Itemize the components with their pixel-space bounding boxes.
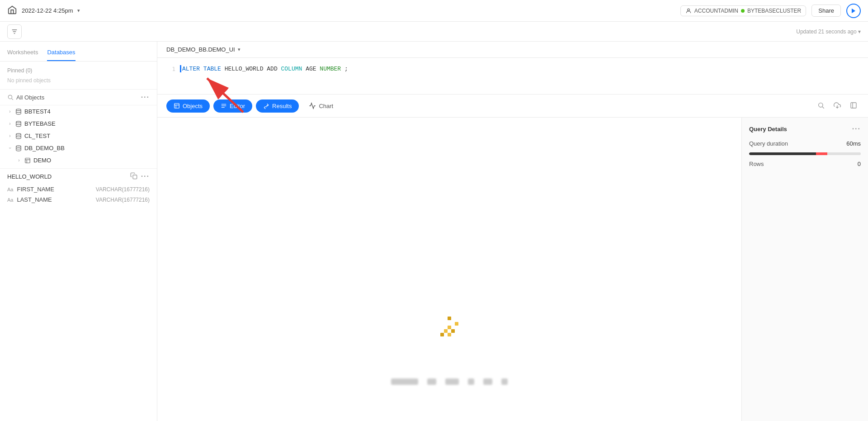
col-name-firstname: FIRST_NAME (17, 186, 54, 193)
no-pinned-text: No pinned objects (0, 76, 157, 89)
svg-line-24 (822, 107, 824, 109)
expand-button[interactable] (848, 100, 859, 112)
search-results-button[interactable] (816, 100, 826, 112)
cursor-bar (180, 65, 181, 72)
user-icon (685, 8, 692, 14)
topbar-right: ACCOUNTADMIN BYTEBASECLUSTER Share (680, 4, 861, 18)
tree-label-demo: DEMO (33, 157, 51, 164)
search-icon (7, 94, 14, 100)
tree-label-dbdemobb: DB_DEMO_BB (24, 145, 65, 151)
col-type-firstname: Aa (7, 187, 13, 192)
blurred-block-4 (468, 378, 474, 385)
pinned-section: Pinned (0) (0, 61, 157, 76)
svg-rect-33 (440, 333, 444, 336)
svg-point-9 (16, 133, 21, 135)
panel-title: Query Details (749, 126, 787, 132)
tree-item-bbtest4[interactable]: › BBTEST4 (0, 105, 157, 118)
search-icon-toolbar (817, 102, 825, 109)
copy-icon[interactable] (130, 172, 137, 180)
search-label: All Objects (16, 94, 138, 101)
run-button[interactable] (846, 4, 861, 18)
all-objects-more[interactable]: ··· (141, 93, 150, 101)
filter-button[interactable] (7, 24, 22, 39)
panel-more-btn[interactable]: ··· (852, 125, 861, 133)
db-icon-bbtest4 (15, 109, 22, 115)
blurred-block-1 (391, 378, 418, 385)
topbar-left: 2022-12-22 4:25pm ▾ (7, 5, 80, 16)
tree-label-bbtest4: BBTEST4 (24, 108, 51, 115)
table-more-btn[interactable]: ··· (141, 172, 150, 180)
svg-rect-26 (851, 103, 856, 108)
tree-label-bytebase: BYTEBASE (24, 120, 56, 127)
right-panel: Query Details ··· Query duration 60ms Ro… (741, 118, 868, 421)
updated-text: Updated 21 seconds ago ▾ (796, 28, 861, 35)
blurred-block-6 (501, 378, 508, 385)
progress-bar-fill (749, 152, 861, 155)
download-icon (834, 102, 841, 109)
search-row: All Objects ··· (0, 90, 157, 105)
duration-value: 60ms (846, 140, 861, 147)
expand-icon (850, 102, 857, 109)
main-layout: Worksheets Databases Pinned (0) No pinne… (0, 42, 868, 421)
editor-tab-button[interactable]: Editor (213, 99, 252, 113)
col-name-lastname: LAST_NAME (17, 196, 52, 203)
account-badge[interactable]: ACCOUNTADMIN BYTEBASECLUSTER (680, 5, 806, 16)
filter-icon (11, 28, 18, 35)
results-icon (263, 103, 269, 109)
objects-icon (174, 103, 180, 109)
tree-item-cltest[interactable]: › CL_TEST (0, 130, 157, 142)
col-row-firstname: Aa FIRST_NAME VARCHAR(16777216) (0, 184, 157, 194)
blurred-block-3 (445, 378, 459, 385)
cluster-label: BYTEBASECLUSTER (747, 8, 801, 14)
results-pane: Query Details ··· Query duration 60ms Ro… (157, 118, 868, 421)
kw-add: ADD (267, 66, 277, 72)
results-tab-label: Results (272, 103, 292, 109)
objects-tab-button[interactable]: Objects (166, 99, 210, 113)
tree-subitem-demo[interactable]: › DEMO (0, 154, 157, 166)
code-sql: ALTER TABLE HELLO_WORLD ADD COLUMN AGE N… (182, 66, 348, 72)
home-icon[interactable] (7, 5, 17, 16)
cluster-dot (741, 9, 745, 13)
query-header: DB_DEMO_BB.DEMO_UI ▾ (157, 42, 868, 58)
rows-value: 0 (858, 161, 861, 167)
query-db-name: DB_DEMO_BB.DEMO_UI (166, 46, 235, 53)
query-dropdown-caret[interactable]: ▾ (238, 47, 241, 52)
chart-tab[interactable]: Chart (302, 99, 340, 113)
chevron-cltest: › (7, 133, 13, 138)
tree-item-dbdemobb[interactable]: › DB_DEMO_BB (0, 142, 157, 154)
download-button[interactable] (832, 100, 843, 112)
tab-worksheets[interactable]: Worksheets (7, 49, 38, 61)
table-section: HELLO_WORLD ··· Aa FIRST_NAME VARCHAR(16… (0, 168, 157, 205)
results-main (157, 118, 741, 421)
editor-tab-label: Editor (230, 103, 245, 109)
db-icon-cltest (15, 133, 22, 139)
svg-line-6 (12, 99, 13, 100)
objects-tab-label: Objects (183, 103, 203, 109)
line-number-1: 1 (166, 66, 175, 72)
blurred-block-5 (483, 378, 492, 385)
play-icon (850, 8, 857, 14)
results-tab-button[interactable]: Results (256, 99, 299, 113)
tab-databases[interactable]: Databases (47, 49, 75, 61)
svg-rect-29 (448, 326, 451, 329)
datetime-dropdown[interactable]: ▾ (77, 8, 80, 14)
tree-item-demo[interactable]: › DEMO (16, 154, 157, 166)
loader-graphic (431, 316, 467, 349)
account-label: ACCOUNTADMIN (694, 8, 738, 14)
svg-rect-14 (133, 175, 137, 179)
svg-marker-1 (852, 8, 855, 13)
db-icon-bytebase (15, 121, 22, 127)
chevron-bbtest4: › (7, 109, 13, 114)
code-editor[interactable]: 1 ALTER TABLE HELLO_WORLD ADD COLUMN AGE… (157, 58, 868, 94)
tree-item-bytebase[interactable]: › BYTEBASE (0, 118, 157, 130)
chart-icon (309, 102, 316, 109)
svg-point-8 (16, 121, 21, 123)
kw-number: NUMBER (320, 66, 341, 72)
topbar: 2022-12-22 4:25pm ▾ ACCOUNTADMIN BYTEBAS… (0, 0, 868, 22)
table-actions: ··· (130, 172, 150, 180)
loader-svg (431, 316, 467, 347)
svg-rect-28 (448, 317, 451, 320)
svg-point-0 (687, 9, 689, 11)
svg-rect-31 (451, 329, 455, 333)
share-button[interactable]: Share (811, 5, 841, 17)
